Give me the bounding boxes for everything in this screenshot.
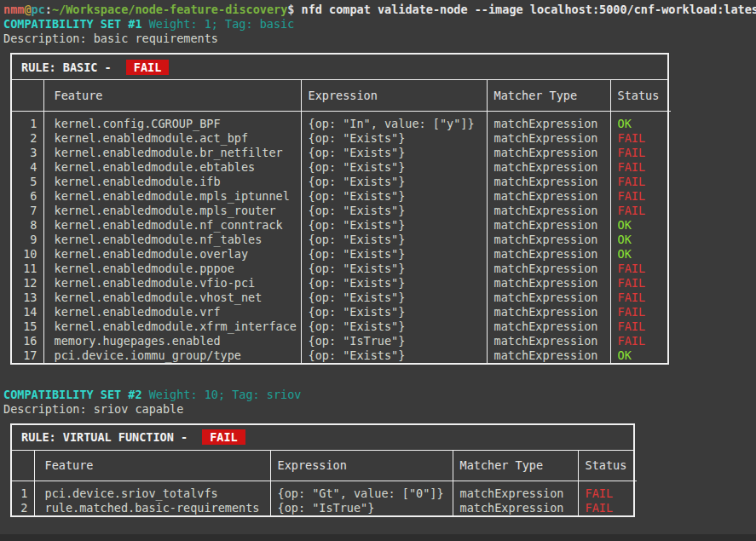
status-cell: OK: [610, 218, 671, 233]
status-cell: FAIL: [610, 305, 671, 319]
column-header-expression: Expression: [301, 80, 487, 111]
feature-cell: kernel.enabledmodule.br_netfilter: [43, 146, 301, 160]
table-row: 15 kernel.enabledmodule.xfrm_interface {…: [12, 319, 671, 334]
column-header-expression: Expression: [270, 451, 453, 481]
matcher-type-cell: matchExpression: [487, 305, 610, 319]
rule-status-badge: FAIL: [126, 60, 170, 75]
row-number: 12: [12, 276, 43, 291]
rule-table-basic: RULE: BASIC - FAIL Feature Expression Ma…: [10, 53, 669, 365]
status-cell: OK: [610, 233, 671, 247]
expression-cell: {op: "Exists"}: [301, 247, 487, 262]
matcher-type-cell: matchExpression: [487, 189, 610, 204]
status-cell: FAIL: [610, 319, 671, 334]
expression-cell: {op: "IsTrue"}: [270, 501, 453, 515]
matcher-type-cell: matchExpression: [487, 160, 610, 175]
table-row: 3 kernel.enabledmodule.br_netfilter {op:…: [12, 146, 671, 160]
expression-cell: {op: "IsTrue"}: [301, 334, 487, 348]
terminal-window[interactable]: nmm@pc:~/Workspace/node-feature-discover…: [0, 0, 756, 517]
table-header-row: Feature Expression Matcher Type Status: [12, 451, 637, 481]
set2-title: COMPATIBILITY SET #2: [3, 388, 142, 401]
feature-cell: kernel.config.CGROUP_BPF: [43, 111, 301, 131]
prompt-line: nmm@pc:~/Workspace/node-feature-discover…: [3, 3, 756, 17]
matcher-type-cell: matchExpression: [453, 481, 578, 502]
feature-cell: pci.device.iommu_group/type: [43, 348, 301, 363]
status-cell: OK: [610, 247, 671, 262]
expression-cell: {op: "Exists"}: [301, 348, 487, 363]
matcher-type-cell: matchExpression: [487, 334, 610, 348]
table-row: 11 kernel.enabledmodule.pppoe {op: "Exis…: [12, 262, 671, 276]
virtual-function-table-body: 1 pci.device.sriov_totalvfs {op: "Gt", v…: [12, 481, 637, 516]
row-number: 7: [12, 204, 43, 218]
column-header-status: Status: [610, 80, 671, 111]
matcher-type-cell: matchExpression: [487, 291, 610, 305]
expression-cell: {op: "Exists"}: [301, 175, 487, 189]
matcher-type-cell: matchExpression: [487, 204, 610, 218]
prompt-at-sign: @: [24, 3, 31, 16]
matcher-type-cell: matchExpression: [487, 276, 610, 291]
prompt-user: nmm: [3, 3, 24, 16]
feature-cell: kernel.enabledmodule.nf_tables: [43, 233, 301, 247]
expression-cell: {op: "Exists"}: [301, 262, 487, 276]
expression-cell: {op: "Exists"}: [301, 204, 487, 218]
rule-label: RULE: BASIC -: [21, 60, 118, 74]
rule-title-basic: RULE: BASIC - FAIL: [12, 55, 667, 80]
feature-cell: kernel.enabledmodule.vhost_net: [43, 291, 301, 305]
expression-cell: {op: "Exists"}: [301, 291, 487, 305]
set1-description: Description: basic requirements: [3, 32, 756, 46]
row-number: 10: [12, 247, 43, 262]
table-row: 14 kernel.enabledmodule.vrf {op: "Exists…: [12, 305, 671, 319]
row-number: 1: [12, 481, 34, 502]
row-number: 5: [12, 175, 43, 189]
expression-cell: {op: "Exists"}: [301, 276, 487, 291]
set1-title: COMPATIBILITY SET #1: [3, 17, 142, 31]
prompt-host: pc: [32, 3, 45, 16]
column-header-index: [12, 451, 34, 481]
status-cell: FAIL: [610, 276, 671, 291]
basic-requirements-table: Feature Expression Matcher Type Status 1…: [12, 80, 671, 363]
feature-cell: memory.hugepages.enabled: [43, 334, 301, 348]
status-cell: FAIL: [610, 204, 671, 218]
feature-cell: kernel.enabledmodule.vfio-pci: [43, 276, 301, 291]
virtual-function-table: Feature Expression Matcher Type Status 1…: [12, 451, 637, 516]
row-number: 6: [12, 189, 43, 204]
table-row: 4 kernel.enabledmodule.ebtables {op: "Ex…: [12, 160, 671, 175]
table-row: 2 kernel.enabledmodule.act_bpf {op: "Exi…: [12, 131, 671, 146]
table-row: 13 kernel.enabledmodule.vhost_net {op: "…: [12, 291, 671, 305]
expression-cell: {op: "Gt", value: ["0"]}: [270, 481, 453, 502]
status-cell: OK: [610, 348, 671, 363]
table-row: 12 kernel.enabledmodule.vfio-pci {op: "E…: [12, 276, 671, 291]
command-text: nfd compat validate-node --image localho…: [294, 3, 756, 16]
status-cell: FAIL: [610, 146, 671, 160]
column-header-index: [12, 80, 43, 111]
basic-table-body: 1 kernel.config.CGROUP_BPF {op: "In", va…: [12, 111, 671, 363]
matcher-type-cell: matchExpression: [487, 131, 610, 146]
feature-cell: kernel.enabledmodule.mpls_iptunnel: [43, 189, 301, 204]
set1-meta: Weight: 1; Tag: basic: [142, 17, 295, 31]
status-cell: FAIL: [578, 501, 637, 515]
table-row: 10 kernel.enabledmodule.overlay {op: "Ex…: [12, 247, 671, 262]
status-cell: FAIL: [610, 291, 671, 305]
matcher-type-cell: matchExpression: [487, 146, 610, 160]
status-cell: FAIL: [610, 160, 671, 175]
feature-cell: kernel.enabledmodule.mpls_router: [43, 204, 301, 218]
row-number: 2: [12, 501, 34, 515]
feature-cell: pci.device.sriov_totalvfs: [34, 481, 270, 502]
row-number: 13: [12, 291, 43, 305]
table-row: 17 pci.device.iommu_group/type {op: "Exi…: [12, 348, 671, 363]
column-header-status: Status: [578, 451, 637, 481]
rule-title-virtual-function: RULE: VIRTUAL FUNCTION - FAIL: [12, 425, 633, 451]
column-header-feature: Feature: [43, 80, 301, 111]
set1-title-line: COMPATIBILITY SET #1 Weight: 1; Tag: bas…: [3, 17, 756, 32]
column-header-matcher-type: Matcher Type: [453, 451, 578, 481]
row-number: 8: [12, 218, 43, 233]
table-row: 6 kernel.enabledmodule.mpls_iptunnel {op…: [12, 189, 671, 204]
matcher-type-cell: matchExpression: [453, 501, 578, 515]
matcher-type-cell: matchExpression: [487, 319, 610, 334]
row-number: 15: [12, 319, 43, 334]
table-row: 7 kernel.enabledmodule.mpls_router {op: …: [12, 204, 671, 218]
matcher-type-cell: matchExpression: [487, 262, 610, 276]
table-row: 1 pci.device.sriov_totalvfs {op: "Gt", v…: [12, 481, 637, 502]
feature-cell: kernel.enabledmodule.overlay: [43, 247, 301, 262]
table-row: 9 kernel.enabledmodule.nf_tables {op: "E…: [12, 233, 671, 247]
table-header-row: Feature Expression Matcher Type Status: [12, 80, 671, 111]
